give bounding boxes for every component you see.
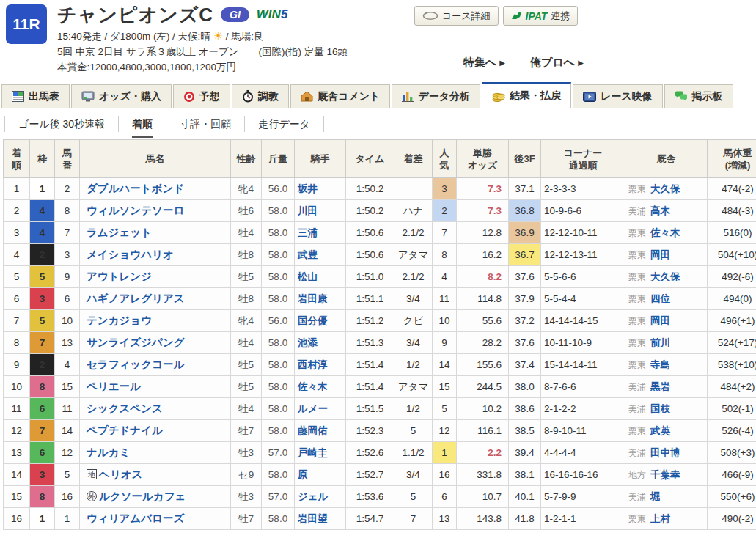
trainer-link[interactable]: 武英 — [650, 425, 670, 436]
jockey-link[interactable]: 川田 — [298, 205, 318, 216]
horse-weight-cell: 524(+17) — [708, 332, 756, 354]
horse-name-cell: テンカジョウ — [80, 310, 231, 332]
sex-age-cell: 牡8 — [231, 288, 262, 310]
trainer-link[interactable]: 岡田 — [650, 249, 670, 260]
frame-cell: 2 — [30, 244, 55, 266]
horse-number-cell: 15 — [55, 376, 80, 398]
frame-cell: 6 — [30, 398, 55, 420]
horse-name-link[interactable]: ペプチドナイル — [87, 424, 163, 436]
trainer-link[interactable]: 上村 — [650, 513, 670, 524]
jockey-link[interactable]: 松山 — [298, 271, 318, 282]
trainer-link[interactable]: 黒岩 — [650, 381, 670, 392]
tab-data-analysis[interactable]: データ分析 — [392, 84, 480, 108]
horse-name-link[interactable]: アウトレンジ — [87, 270, 152, 282]
frame-cell: 8 — [30, 376, 55, 398]
jockey-link[interactable]: ジェル — [298, 491, 328, 502]
result-row: 3 4 7 ラムジェット 牡4 58.0 三浦 1:50.6 2.1/2 7 1… — [4, 222, 756, 244]
jockey-link[interactable]: 三浦 — [298, 227, 318, 238]
jockey-link[interactable]: 国分優 — [298, 315, 328, 326]
trainer-link[interactable]: 岡田 — [650, 315, 670, 326]
jockey-link[interactable]: 武豊 — [298, 249, 318, 260]
horse-name-link[interactable]: ウィリアムバローズ — [87, 512, 184, 524]
time-cell: 1:50.6 — [346, 244, 394, 266]
jockey-link[interactable]: ルメー — [298, 403, 328, 414]
trainer-link[interactable]: 大久保 — [650, 271, 680, 282]
frame-cell: 7 — [30, 420, 55, 442]
stable-cell: 栗東岡田 — [625, 310, 708, 332]
jockey-link[interactable]: 西村淳 — [298, 359, 328, 370]
horse-name-link[interactable]: ヘリオス — [99, 468, 142, 480]
orepro-link[interactable]: 俺プロへ▶ — [530, 56, 584, 70]
horse-name-link[interactable]: テンカジョウ — [87, 314, 152, 326]
frame-cell: 4 — [30, 222, 55, 244]
horse-name-cell: ウィルソンテソーロ — [80, 200, 231, 222]
popularity-cell: 10 — [433, 310, 457, 332]
jockey-link[interactable]: 岩田望 — [298, 513, 328, 524]
tab-yoso[interactable]: 予想 — [173, 84, 230, 108]
last3f-cell: 40.1 — [509, 486, 541, 508]
jockey-link[interactable]: 岩田康 — [298, 293, 328, 304]
trainer-link[interactable]: 堀 — [650, 491, 661, 502]
tab-stable-comment[interactable]: 厩舎コメント — [290, 84, 390, 108]
sex-age-cell: 牝4 — [231, 178, 262, 200]
last3f-cell: 38.0 — [509, 376, 541, 398]
horse-name-link[interactable]: メイショウハリオ — [87, 249, 174, 260]
stable-cell: 栗東上村 — [625, 508, 708, 530]
trainer-link[interactable]: 千葉幸 — [650, 469, 680, 480]
horse-weight-cell: 526(-4) — [708, 420, 756, 442]
horse-name-link[interactable]: ウィルソンテソーロ — [87, 205, 184, 216]
jockey-link[interactable]: 戸崎圭 — [298, 447, 328, 458]
subtab-goal-flash[interactable]: ゴール後 30秒速報 — [4, 116, 118, 132]
tab-chokyo[interactable]: 調教 — [232, 84, 289, 108]
trainer-link[interactable]: 佐々木 — [650, 227, 680, 238]
ipat-link-button[interactable]: IPAT 連携 — [503, 6, 579, 26]
result-row: 5 5 9 アウトレンジ 牡5 58.0 松山 1:51.0 2.1/2 4 8… — [4, 266, 756, 288]
trainer-link[interactable]: 寺島 — [650, 359, 670, 370]
horse-name-link[interactable]: ラムジェット — [87, 227, 152, 238]
trainer-link[interactable]: 大久保 — [650, 183, 680, 194]
horse-name-link[interactable]: サンライズジパング — [87, 336, 185, 348]
time-cell: 1:52.7 — [346, 464, 394, 486]
horse-name-link[interactable]: ペリエール — [87, 380, 141, 392]
subtab-review[interactable]: 寸評・回顧 — [166, 116, 244, 132]
corner-order-cell: 1-2-1-1 — [541, 508, 625, 530]
trainer-link[interactable]: 四位 — [650, 293, 670, 304]
horse-name-link[interactable]: ルクソールカフェ — [99, 490, 186, 502]
tab-bbs[interactable]: 掲示板 — [664, 84, 733, 108]
horse-name-link[interactable]: セラフィックコール — [87, 358, 184, 370]
frame-cell: 4 — [30, 200, 55, 222]
trainer-link[interactable]: 前川 — [650, 337, 670, 348]
jockey-link[interactable]: 原 — [298, 469, 308, 480]
tab-race-video[interactable]: レース映像 — [573, 84, 663, 108]
main-tabbar: 出馬表 オッズ・購入 予想 調教 厩舎コメント データ分析 結果・払戻 レース映… — [0, 82, 756, 108]
horse-name-link[interactable]: ハギノアレグリアス — [87, 292, 185, 304]
time-cell: 1:51.4 — [346, 354, 394, 376]
horse-name-cell: 外ルクソールカフェ — [80, 486, 231, 508]
trainer-link[interactable]: 高木 — [650, 205, 670, 216]
tab-shutsubahyo[interactable]: 出馬表 — [1, 84, 70, 108]
horse-name-link[interactable]: ナルカミ — [87, 446, 130, 458]
horse-number-cell: 13 — [55, 332, 80, 354]
jockey-link[interactable]: 佐々木 — [298, 381, 328, 392]
race-conditions-line2: 5回 中京 2日目 サラ系３歳以上 オープン (国際)(指) 定量 16頭 — [57, 44, 348, 59]
subtab-running-data[interactable]: 走行データ — [244, 116, 324, 132]
jockey-cell: 原 — [295, 464, 346, 486]
horse-name-link[interactable]: ダブルハートボンド — [87, 183, 184, 194]
trainer-link[interactable]: 国枝 — [650, 403, 670, 414]
tab-results-payouts[interactable]: 結果・払戻 — [482, 82, 571, 108]
sex-age-cell: 牡7 — [231, 420, 262, 442]
jockey-link[interactable]: 坂井 — [298, 183, 318, 194]
jockey-link[interactable]: 藤岡佑 — [298, 425, 328, 436]
feature-link[interactable]: 特集へ▶ — [463, 56, 505, 70]
odds-cell: 16.2 — [457, 244, 509, 266]
subtab-order-of-finish[interactable]: 着順 — [118, 116, 166, 132]
tab-odds[interactable]: オッズ・購入 — [71, 84, 172, 108]
popularity-cell: 16 — [433, 464, 457, 486]
horse-name-link[interactable]: シックスペンス — [87, 402, 163, 414]
course-detail-button[interactable]: コース詳細 — [414, 6, 499, 26]
trainer-link[interactable]: 田中博 — [650, 447, 680, 458]
jockey-link[interactable]: 池添 — [298, 337, 318, 348]
last3f-cell: 37.2 — [509, 310, 541, 332]
result-row: 2 4 8 ウィルソンテソーロ 牡6 58.0 川田 1:50.2 ハナ 2 7… — [4, 200, 756, 222]
ipat-horse-icon — [511, 11, 522, 21]
